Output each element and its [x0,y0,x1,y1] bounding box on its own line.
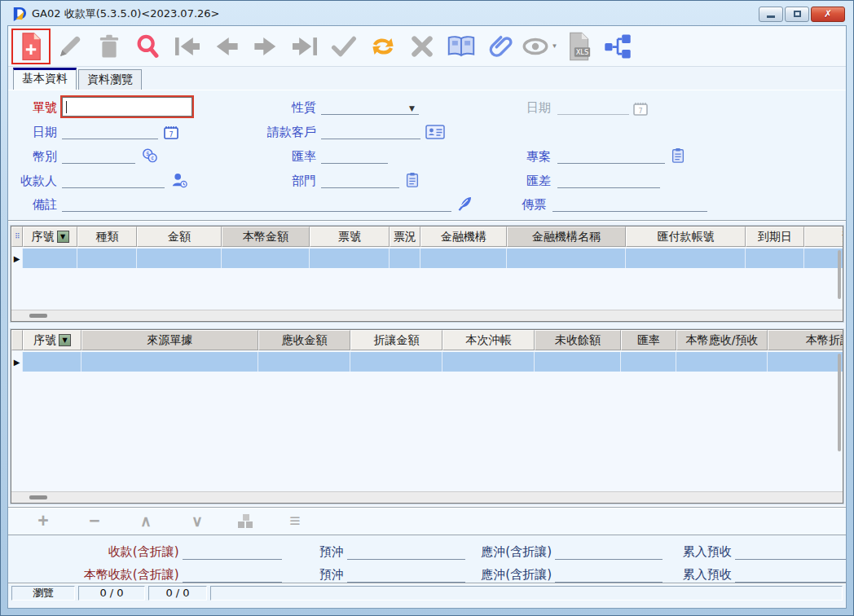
project-label: 專案 [494,149,551,165]
grid1-col-bank[interactable]: 金融機構 [420,227,507,247]
sort-down-icon[interactable]: ▼ [59,334,71,346]
grid1-col-seq[interactable]: 序號▼ [23,227,77,247]
arrow-left-icon [212,34,241,59]
arrow-right-icon [251,34,280,59]
contact-card-icon[interactable] [425,124,445,140]
grid1-col-due-date[interactable]: 到期日 [746,227,804,247]
refresh-swap-button[interactable] [363,29,403,64]
attachment-button[interactable] [481,29,520,64]
edit-record-button[interactable] [51,29,90,64]
dept-clipboard-icon[interactable] [404,172,420,188]
tab-basic-data[interactable]: 基本資料 [13,68,77,90]
cancel-button[interactable] [403,29,442,64]
memo-quill-icon[interactable] [456,196,473,212]
grid2-col-offset[interactable]: 本次沖帳 [442,330,535,350]
grid2-col-local-discount[interactable]: 本幣折讓 [768,330,843,350]
grid2-col-rate[interactable]: 匯率 [621,330,676,350]
rate-field[interactable] [321,147,388,164]
add-row-button[interactable]: + [33,512,54,530]
local-accum-prepaid-label: 累入預收 [671,567,732,583]
tab-data-browse[interactable]: 資料瀏覽 [78,69,142,90]
grid1-empty-row[interactable]: ▶ [11,249,843,268]
currency-label: 幣別 [8,149,57,165]
project-field[interactable] [557,147,665,164]
grid1-horizontal-scrollbar[interactable] [11,310,843,321]
calendar-icon[interactable]: 7 [163,124,179,140]
calendar-disabled-icon: 7 [632,100,649,117]
browse-book-button[interactable] [442,29,481,64]
memo-field[interactable] [62,196,451,212]
grid2-col-source-doc[interactable]: 來源單據 [81,330,258,350]
doc-no-input[interactable] [63,98,191,116]
export-xls-button[interactable]: XLS [559,29,598,64]
grid2-body [11,372,843,491]
currency-coins-icon[interactable]: $ ¢ [140,147,160,164]
grid2-empty-row[interactable]: ▶ [11,352,843,372]
grid1-col-type[interactable]: 種類 [77,227,137,247]
grid1-vertical-scrollbar[interactable] [838,250,841,299]
row-toolbar: + − ∧ ∨ ≡ [8,507,846,535]
grid2-col-discount[interactable]: 折讓金額 [350,330,442,350]
minimize-button[interactable] [759,7,783,22]
search-button[interactable] [129,29,168,64]
payee-field[interactable] [62,172,165,188]
project-clipboard-icon[interactable] [670,147,686,164]
nature-field[interactable] [321,99,419,115]
next-record-button[interactable] [246,29,285,64]
related-docs-button[interactable] [598,29,637,64]
fx-diff-field[interactable] [557,172,660,188]
grid1-col-amount[interactable]: 金額 [137,227,222,247]
new-record-button[interactable] [11,29,51,64]
customer-label: 請款客戶 [244,125,316,140]
first-record-button[interactable] [168,29,207,64]
grid2-col-seq[interactable]: 序號▼ [23,330,81,350]
svg-text:XLS: XLS [576,48,589,56]
divider [8,220,846,222]
grid1-col-local-amount[interactable]: 本幣金額 [222,227,310,247]
batch-blocks-icon[interactable] [238,514,254,529]
last-record-button[interactable] [285,29,324,64]
grid2-col-unreceived[interactable]: 未收餘額 [535,330,621,350]
fx-diff-label: 匯差 [494,174,551,189]
preview-button[interactable]: ▼ [520,29,559,64]
app-window: GA02 收款單(5.3.5.0)<2023.07.26> ✗ [0,0,854,616]
currency-field[interactable] [62,147,135,164]
scroll-thumb[interactable] [29,495,47,499]
title-bar: GA02 收款單(5.3.5.0)<2023.07.26> ✗ [7,1,847,25]
remove-row-button[interactable]: − [84,512,105,530]
grid1-col-check-status[interactable]: 票況 [390,227,420,247]
grid2-horizontal-scrollbar[interactable] [11,491,843,503]
delete-record-button[interactable] [90,29,129,64]
posting-date-field [557,99,629,115]
sort-down-icon[interactable]: ▼ [57,231,69,243]
arrow-last-icon [290,34,319,59]
grid1-col-remit-account[interactable]: 匯付款帳號 [626,227,746,247]
local-receipt-total-label: 本幣收款(含折讓) [8,567,179,583]
grid1-col-prepaid[interactable]: 預收 [804,227,843,247]
confirm-button[interactable] [324,29,363,64]
tab-strip: 基本資料 資料瀏覽 [8,67,846,90]
payee-person-icon[interactable] [169,172,189,188]
payment-items-grid: ⠿ 序號▼ 種類 金額 本幣金額 票號 票況 金融機構 金融機構名稱 匯付款帳號… [11,226,843,322]
grid1-col-bank-name[interactable]: 金融機構名稱 [507,227,626,247]
grid2-header: 序號▼ 來源單據 應收金額 折讓金額 本次沖帳 未收餘額 匯率 本幣應收/預收 … [11,330,843,350]
maximize-button[interactable] [785,7,809,22]
grid2-col-receivable[interactable]: 應收金額 [258,330,350,350]
voucher-field[interactable] [552,196,707,212]
close-button[interactable]: ✗ [811,7,845,22]
date-field[interactable] [62,123,158,139]
move-down-button[interactable]: ∨ [187,513,208,529]
window-title: GA02 收款單(5.3.5.0)<2023.07.26> [32,7,759,21]
grid2-vertical-scrollbar[interactable] [838,354,841,451]
move-up-button[interactable]: ∧ [135,513,156,529]
previous-record-button[interactable] [207,29,246,64]
file-plus-icon [19,32,43,61]
customer-field[interactable] [321,123,420,139]
dept-field[interactable] [321,172,399,188]
app-logo-icon [12,7,27,21]
row-menu-button[interactable]: ≡ [284,512,306,530]
nature-dropdown-icon[interactable]: ▼ [409,104,415,112]
grid1-col-check-no[interactable]: 票號 [310,227,390,247]
scroll-thumb[interactable] [29,314,47,318]
grid2-col-local-receivable[interactable]: 本幣應收/預收 [676,330,768,350]
